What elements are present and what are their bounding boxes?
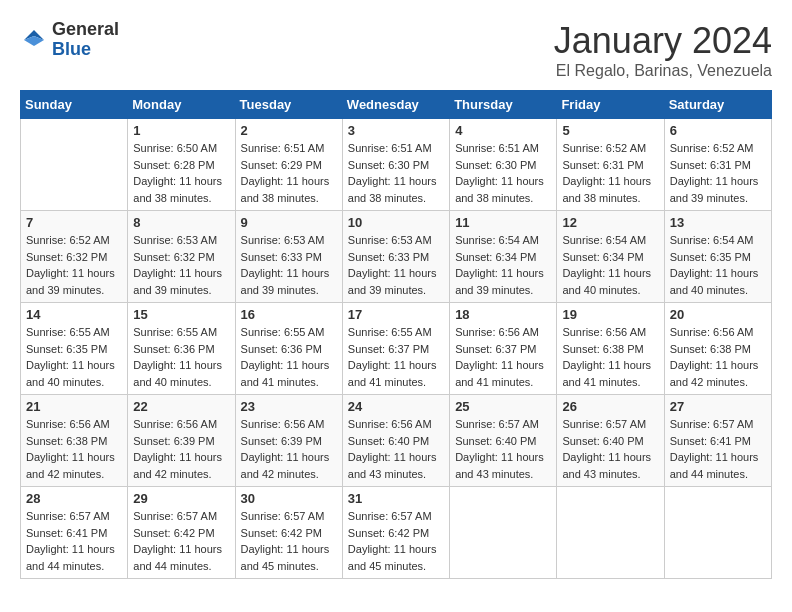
calendar-day-cell: 22Sunrise: 6:56 AMSunset: 6:39 PMDayligh… [128, 395, 235, 487]
calendar-week-row: 14Sunrise: 6:55 AMSunset: 6:35 PMDayligh… [21, 303, 772, 395]
calendar-week-row: 7Sunrise: 6:52 AMSunset: 6:32 PMDaylight… [21, 211, 772, 303]
calendar-week-row: 1Sunrise: 6:50 AMSunset: 6:28 PMDaylight… [21, 119, 772, 211]
calendar-day-cell: 30Sunrise: 6:57 AMSunset: 6:42 PMDayligh… [235, 487, 342, 579]
calendar-day-cell: 15Sunrise: 6:55 AMSunset: 6:36 PMDayligh… [128, 303, 235, 395]
logo-icon [20, 26, 48, 54]
day-number: 23 [241, 399, 337, 414]
day-number: 17 [348, 307, 444, 322]
day-number: 25 [455, 399, 551, 414]
day-number: 22 [133, 399, 229, 414]
day-info: Sunrise: 6:57 AMSunset: 6:40 PMDaylight:… [562, 416, 658, 482]
day-info: Sunrise: 6:56 AMSunset: 6:37 PMDaylight:… [455, 324, 551, 390]
day-number: 19 [562, 307, 658, 322]
day-number: 3 [348, 123, 444, 138]
calendar-day-cell: 27Sunrise: 6:57 AMSunset: 6:41 PMDayligh… [664, 395, 771, 487]
day-number: 24 [348, 399, 444, 414]
day-info: Sunrise: 6:50 AMSunset: 6:28 PMDaylight:… [133, 140, 229, 206]
day-info: Sunrise: 6:57 AMSunset: 6:41 PMDaylight:… [26, 508, 122, 574]
day-info: Sunrise: 6:56 AMSunset: 6:38 PMDaylight:… [562, 324, 658, 390]
calendar-week-row: 21Sunrise: 6:56 AMSunset: 6:38 PMDayligh… [21, 395, 772, 487]
weekday-header: Monday [128, 91, 235, 119]
day-number: 13 [670, 215, 766, 230]
calendar-day-cell [557, 487, 664, 579]
calendar-day-cell: 5Sunrise: 6:52 AMSunset: 6:31 PMDaylight… [557, 119, 664, 211]
day-info: Sunrise: 6:55 AMSunset: 6:36 PMDaylight:… [133, 324, 229, 390]
calendar-day-cell: 7Sunrise: 6:52 AMSunset: 6:32 PMDaylight… [21, 211, 128, 303]
weekday-header: Saturday [664, 91, 771, 119]
day-number: 2 [241, 123, 337, 138]
weekday-header: Sunday [21, 91, 128, 119]
logo: General Blue [20, 20, 119, 60]
day-number: 31 [348, 491, 444, 506]
day-number: 5 [562, 123, 658, 138]
calendar-day-cell: 21Sunrise: 6:56 AMSunset: 6:38 PMDayligh… [21, 395, 128, 487]
day-info: Sunrise: 6:55 AMSunset: 6:36 PMDaylight:… [241, 324, 337, 390]
day-info: Sunrise: 6:57 AMSunset: 6:42 PMDaylight:… [348, 508, 444, 574]
calendar-day-cell: 29Sunrise: 6:57 AMSunset: 6:42 PMDayligh… [128, 487, 235, 579]
day-info: Sunrise: 6:56 AMSunset: 6:39 PMDaylight:… [241, 416, 337, 482]
day-info: Sunrise: 6:55 AMSunset: 6:37 PMDaylight:… [348, 324, 444, 390]
day-info: Sunrise: 6:51 AMSunset: 6:29 PMDaylight:… [241, 140, 337, 206]
location: El Regalo, Barinas, Venezuela [554, 62, 772, 80]
calendar-day-cell: 17Sunrise: 6:55 AMSunset: 6:37 PMDayligh… [342, 303, 449, 395]
page-header: General Blue January 2024 El Regalo, Bar… [20, 20, 772, 80]
calendar-day-cell: 13Sunrise: 6:54 AMSunset: 6:35 PMDayligh… [664, 211, 771, 303]
day-info: Sunrise: 6:56 AMSunset: 6:38 PMDaylight:… [670, 324, 766, 390]
weekday-header: Thursday [450, 91, 557, 119]
day-info: Sunrise: 6:56 AMSunset: 6:40 PMDaylight:… [348, 416, 444, 482]
day-number: 28 [26, 491, 122, 506]
logo-text: General Blue [52, 20, 119, 60]
weekday-header: Tuesday [235, 91, 342, 119]
calendar-day-cell: 25Sunrise: 6:57 AMSunset: 6:40 PMDayligh… [450, 395, 557, 487]
month-title: January 2024 [554, 20, 772, 62]
day-number: 9 [241, 215, 337, 230]
calendar-day-cell: 16Sunrise: 6:55 AMSunset: 6:36 PMDayligh… [235, 303, 342, 395]
day-number: 26 [562, 399, 658, 414]
logo-general: General [52, 20, 119, 40]
calendar-day-cell: 1Sunrise: 6:50 AMSunset: 6:28 PMDaylight… [128, 119, 235, 211]
day-number: 4 [455, 123, 551, 138]
title-section: January 2024 El Regalo, Barinas, Venezue… [554, 20, 772, 80]
day-info: Sunrise: 6:57 AMSunset: 6:42 PMDaylight:… [241, 508, 337, 574]
day-number: 30 [241, 491, 337, 506]
calendar-day-cell: 14Sunrise: 6:55 AMSunset: 6:35 PMDayligh… [21, 303, 128, 395]
day-number: 6 [670, 123, 766, 138]
day-info: Sunrise: 6:57 AMSunset: 6:40 PMDaylight:… [455, 416, 551, 482]
calendar-day-cell: 12Sunrise: 6:54 AMSunset: 6:34 PMDayligh… [557, 211, 664, 303]
day-number: 20 [670, 307, 766, 322]
day-info: Sunrise: 6:52 AMSunset: 6:31 PMDaylight:… [670, 140, 766, 206]
day-info: Sunrise: 6:51 AMSunset: 6:30 PMDaylight:… [455, 140, 551, 206]
day-info: Sunrise: 6:51 AMSunset: 6:30 PMDaylight:… [348, 140, 444, 206]
calendar-day-cell: 20Sunrise: 6:56 AMSunset: 6:38 PMDayligh… [664, 303, 771, 395]
weekday-header: Friday [557, 91, 664, 119]
calendar-week-row: 28Sunrise: 6:57 AMSunset: 6:41 PMDayligh… [21, 487, 772, 579]
calendar-day-cell [21, 119, 128, 211]
calendar-day-cell [450, 487, 557, 579]
calendar-day-cell: 24Sunrise: 6:56 AMSunset: 6:40 PMDayligh… [342, 395, 449, 487]
day-number: 8 [133, 215, 229, 230]
day-number: 15 [133, 307, 229, 322]
calendar-day-cell: 31Sunrise: 6:57 AMSunset: 6:42 PMDayligh… [342, 487, 449, 579]
calendar-day-cell: 18Sunrise: 6:56 AMSunset: 6:37 PMDayligh… [450, 303, 557, 395]
calendar-table: SundayMondayTuesdayWednesdayThursdayFrid… [20, 90, 772, 579]
calendar-day-cell: 19Sunrise: 6:56 AMSunset: 6:38 PMDayligh… [557, 303, 664, 395]
day-info: Sunrise: 6:53 AMSunset: 6:33 PMDaylight:… [241, 232, 337, 298]
calendar-day-cell: 9Sunrise: 6:53 AMSunset: 6:33 PMDaylight… [235, 211, 342, 303]
day-info: Sunrise: 6:57 AMSunset: 6:42 PMDaylight:… [133, 508, 229, 574]
day-info: Sunrise: 6:55 AMSunset: 6:35 PMDaylight:… [26, 324, 122, 390]
day-info: Sunrise: 6:53 AMSunset: 6:33 PMDaylight:… [348, 232, 444, 298]
day-info: Sunrise: 6:56 AMSunset: 6:39 PMDaylight:… [133, 416, 229, 482]
day-number: 21 [26, 399, 122, 414]
weekday-header: Wednesday [342, 91, 449, 119]
day-info: Sunrise: 6:54 AMSunset: 6:35 PMDaylight:… [670, 232, 766, 298]
calendar-day-cell: 4Sunrise: 6:51 AMSunset: 6:30 PMDaylight… [450, 119, 557, 211]
day-number: 16 [241, 307, 337, 322]
day-info: Sunrise: 6:54 AMSunset: 6:34 PMDaylight:… [455, 232, 551, 298]
calendar-day-cell: 26Sunrise: 6:57 AMSunset: 6:40 PMDayligh… [557, 395, 664, 487]
calendar-day-cell: 28Sunrise: 6:57 AMSunset: 6:41 PMDayligh… [21, 487, 128, 579]
day-number: 1 [133, 123, 229, 138]
day-number: 27 [670, 399, 766, 414]
day-number: 11 [455, 215, 551, 230]
logo-blue: Blue [52, 40, 119, 60]
calendar-day-cell: 23Sunrise: 6:56 AMSunset: 6:39 PMDayligh… [235, 395, 342, 487]
